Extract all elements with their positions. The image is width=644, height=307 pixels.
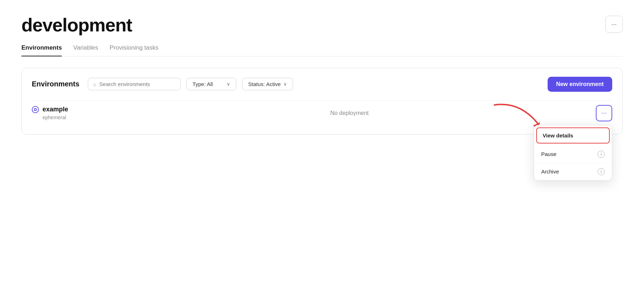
type-filter-chevron-icon: ∨ — [227, 81, 230, 87]
archive-label: Archive — [541, 168, 559, 175]
environments-section-label: Environments — [32, 80, 79, 88]
status-filter-dropdown[interactable]: Status: Active ∨ — [242, 78, 293, 90]
archive-info-icon: i — [598, 168, 605, 175]
dropdown-item-view-details[interactable]: View details — [536, 127, 610, 144]
dropdown-item-pause[interactable]: Pause i — [534, 146, 612, 163]
env-deployment-status: No deployment — [103, 110, 596, 116]
table-row: example ephemeral No deployment ··· — [32, 100, 612, 126]
env-actions: ··· View details Pause i Archive — [596, 105, 612, 121]
env-type: ephemeral — [42, 115, 103, 120]
dropdown-menu: View details Pause i Archive i — [534, 125, 612, 181]
environments-toolbar: Environments ⌕ Type: All ∨ Status: Activ… — [32, 77, 612, 92]
type-filter-label: Type: All — [192, 81, 213, 87]
page-container: development ··· Environments Variables P… — [21, 14, 623, 135]
pause-info-icon: i — [598, 151, 605, 158]
page-title: development — [21, 14, 132, 36]
search-input[interactable] — [99, 81, 175, 87]
more-dots-icon: ··· — [611, 21, 617, 28]
status-filter-label: Status: Active — [248, 81, 281, 87]
new-environment-button[interactable]: New environment — [548, 77, 612, 92]
tab-provisioning-tasks[interactable]: Provisioning tasks — [110, 44, 159, 56]
status-filter-chevron-icon: ∨ — [283, 81, 287, 87]
env-name-row: example — [32, 106, 103, 113]
env-status-icon-inner — [34, 108, 37, 111]
env-name: example — [42, 106, 68, 113]
more-options-button-env[interactable]: ··· — [596, 105, 612, 121]
more-dots-env-icon: ··· — [601, 109, 607, 117]
more-options-button-top[interactable]: ··· — [605, 16, 623, 33]
tab-environments[interactable]: Environments — [21, 44, 62, 56]
dropdown-item-archive[interactable]: Archive i — [534, 163, 612, 180]
environments-card: Environments ⌕ Type: All ∨ Status: Activ… — [21, 68, 623, 135]
tab-variables[interactable]: Variables — [73, 44, 98, 56]
search-icon: ⌕ — [93, 81, 96, 87]
pause-label: Pause — [541, 151, 557, 157]
search-box: ⌕ — [88, 78, 181, 90]
page-header: development ··· — [21, 14, 623, 36]
env-status-icon — [32, 106, 39, 113]
type-filter-dropdown[interactable]: Type: All ∨ — [186, 78, 236, 90]
view-details-label: View details — [543, 132, 573, 139]
env-info: example ephemeral — [32, 106, 103, 120]
tabs-bar: Environments Variables Provisioning task… — [21, 44, 623, 56]
